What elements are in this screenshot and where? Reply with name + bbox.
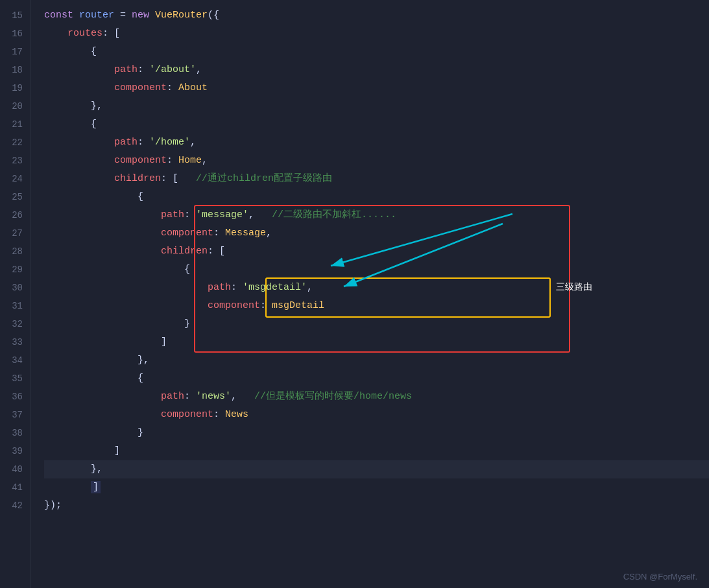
code-line-30: path: 'msgdetail', (44, 279, 709, 297)
code-line-28: children: [ (44, 242, 709, 261)
code-content: const router = new VueRouter({ routes: [… (31, 0, 709, 588)
code-line-31: component: msgDetail (44, 297, 709, 315)
code-line-40: }, (44, 460, 709, 478)
code-line-33: ] (44, 333, 709, 351)
code-line-18: path: '/about', (44, 61, 709, 79)
code-editor: 1516171819202122232425262728293031323334… (0, 0, 709, 588)
code-line-38: } (44, 424, 709, 442)
code-line-32: } (44, 315, 709, 333)
code-line-19: component: About (44, 79, 709, 97)
code-line-22: path: '/home', (44, 134, 709, 152)
code-line-24: children: [ //通过children配置子级路由 (44, 170, 709, 188)
code-line-16: routes: [ (44, 25, 709, 43)
code-line-20: }, (44, 97, 709, 115)
code-line-42: }); (44, 497, 709, 515)
code-line-15: const router = new VueRouter({ (44, 6, 709, 25)
code-line-17: { (44, 43, 709, 61)
code-line-36: path: 'news', //但是模板写的时候要/home/news (44, 388, 709, 406)
code-line-37: component: News (44, 406, 709, 424)
code-line-25: { (44, 188, 709, 206)
code-line-34: }, (44, 351, 709, 370)
line-numbers: 1516171819202122232425262728293031323334… (0, 0, 31, 588)
code-line-39: ] (44, 442, 709, 460)
code-line-27: component: Message, (44, 224, 709, 242)
watermark: CSDN @ForMyself. (623, 572, 697, 582)
code-line-23: component: Home, (44, 152, 709, 170)
code-line-21: { (44, 115, 709, 134)
code-line-35: { (44, 370, 709, 388)
code-line-29: { (44, 261, 709, 279)
code-line-41: ] (44, 478, 709, 497)
code-line-26: path: 'message', //二级路由不加斜杠...... (44, 206, 709, 224)
